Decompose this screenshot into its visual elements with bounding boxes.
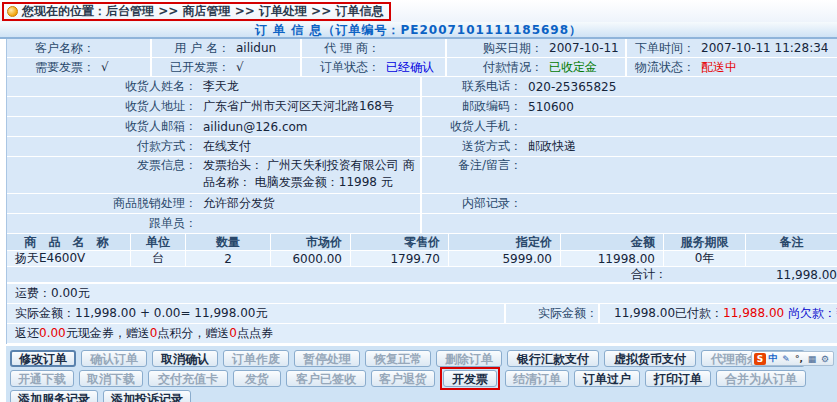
field-label: 客户名称： (7, 40, 95, 57)
ime-toolbar[interactable]: S中✎°,▦⚙ (751, 351, 834, 366)
invoice-button[interactable]: 开发票 (443, 370, 497, 387)
action-button: 交付充值卡 (148, 370, 228, 387)
field-cell: 内部记录： (420, 194, 837, 213)
sogou-s-icon[interactable]: S (754, 353, 766, 365)
payment-summary: 运费：0.00元 实际金额：11,998.00 + 0.00= 11,998.0… (7, 284, 837, 344)
action-button: 结清订单 (505, 370, 569, 387)
owed-label: 尚欠款： (788, 306, 836, 320)
action-button: 订单作废 (223, 350, 289, 367)
info-row: 收货人姓名：李天龙联系电话：020-25365825 (7, 77, 837, 97)
column-header: 金额 (560, 234, 663, 250)
field-label: 备注/留言： (422, 157, 522, 174)
action-button: 暂停处理 (294, 350, 360, 367)
field-label: 收货人地址： (7, 98, 197, 115)
field-cell: 付款方式：在线支付 (7, 137, 420, 156)
rebate-text: 0.00 (39, 324, 66, 343)
field-cell: 用 户 名：ailidun (150, 39, 300, 57)
action-button: 合并为从订单 (716, 370, 806, 387)
action-button: 恢复正常 (365, 350, 431, 367)
action-button: 客户退货 (371, 370, 435, 387)
field-cell: 客户名称： (7, 39, 150, 57)
column-header: 市场价 (270, 234, 350, 250)
action-button[interactable]: 添加服务记录 (10, 390, 98, 402)
pen-icon[interactable]: ✎ (780, 353, 792, 365)
table-cell: 6000.00 (270, 251, 350, 266)
field-label: 已开发票： (152, 59, 230, 76)
order-status-row: 需要发票：√已开发票：√订单状态：已经确认付款情况：已收定金物流状态：配送中 (7, 58, 837, 77)
info-row: 跟单员： (7, 214, 837, 234)
order-detail-panel: 客户名称：用 户 名：ailidun代 理 商：购买日期：2007-10-11下… (6, 39, 837, 344)
column-header: 零售价 (350, 234, 448, 250)
field-value: 已经确认 (380, 59, 434, 76)
field-label: 付款方式： (7, 138, 197, 155)
field-cell: 跟单员： (7, 214, 420, 233)
field-cell: 物流状态：配送中 (625, 58, 837, 76)
field-cell: 下单时间：2007-10-11 11:28:34 (625, 39, 837, 57)
info-row: 收货人邮箱：ailidun@126.com收货人手机： (7, 117, 837, 137)
field-label: 送货方式： (422, 138, 522, 155)
field-cell: 收货人邮箱：ailidun@126.com (7, 117, 420, 136)
action-button[interactable]: 银行汇款支付 (507, 350, 599, 367)
field-cell: 代 理 商： (300, 39, 445, 57)
breadcrumb[interactable]: 您现在的位置：后台管理 >> 商店管理 >> 订单处理 >> 订单信息 (2, 2, 391, 21)
action-button[interactable]: 添加投诉记录 (103, 390, 191, 402)
field-cell: 邮政编码：510600 (420, 97, 837, 116)
field-label: 代 理 商： (302, 40, 380, 57)
field-label: 订单状态： (302, 59, 380, 76)
column-header: 数量 (185, 234, 270, 250)
freight-line: 运费：0.00元 (7, 284, 837, 304)
wrench-icon[interactable]: ⚙ (819, 353, 831, 365)
field-label: 收货人姓名： (7, 78, 197, 95)
field-cell: 已开发票：√ (150, 58, 300, 76)
field-cell: 商品脱销处理：允许部分发货 (7, 194, 420, 213)
field-value: 020-25365825 (522, 80, 616, 94)
field-label: 收货人手机： (422, 118, 522, 135)
action-button[interactable]: 打印订单 (645, 370, 711, 387)
keyboard-icon[interactable]: ▦ (806, 353, 818, 365)
field-value: 2007-10-11 11:28:34 (695, 41, 828, 55)
chinese-mode-icon[interactable]: 中 (767, 353, 779, 365)
breadcrumb-text: 您现在的位置：后台管理 >> 商店管理 >> 订单处理 >> 订单信息 (22, 3, 383, 20)
total-value: 11,998.00 (667, 268, 837, 282)
action-button[interactable]: 修改订单 (10, 350, 76, 367)
button-row-2: 开通下载取消下载交付充值卡发货客户已签收客户退货开发票结清订单订单过户打印订单合… (10, 370, 837, 387)
field-value: 2007-10-11 (543, 41, 619, 55)
rebate-text: 0 (229, 324, 237, 343)
field-value: ailidun@126.com (197, 120, 308, 134)
action-button[interactable]: 订单过户 (574, 370, 640, 387)
field-label: 联系电话： (422, 78, 522, 95)
order-meta-row-1: 客户名称：用 户 名：ailidun代 理 商：购买日期：2007-10-11下… (7, 39, 837, 58)
table-cell: 5999.00 (448, 251, 560, 266)
field-cell: 需要发票：√ (7, 58, 150, 76)
field-label: 购买日期： (447, 40, 543, 57)
column-header: 商 品 名 称 (7, 234, 130, 250)
action-button: 删除订单 (436, 350, 502, 367)
field-value: 邮政快递 (522, 138, 576, 155)
action-button[interactable]: 取消确认 (152, 350, 218, 367)
info-row: 收货人地址：广东省广州市天河区天河北路168号邮政编码：510600 (7, 97, 837, 117)
product-table-body: 扬天E4600V台26000.001799.705999.0011998.000… (7, 251, 837, 267)
column-header: 指定价 (448, 234, 560, 250)
punctuation-icon[interactable]: °, (793, 353, 805, 365)
field-label: 付款情况： (447, 59, 543, 76)
paid-label: 已付款： (675, 306, 723, 320)
action-button: 取消下载 (79, 370, 143, 387)
action-button[interactable]: 虚拟货币支付 (604, 350, 696, 367)
field-value: 在线支付 (197, 138, 251, 155)
field-value: 广东省广州市天河区天河北路168号 (197, 98, 394, 115)
field-cell: 联系电话：020-25365825 (420, 77, 837, 96)
field-label: 跟单员： (7, 215, 197, 232)
product-table-header: 商 品 名 称单位数量市场价零售价指定价金额服务期限备注 (7, 234, 837, 251)
column-header: 服务期限 (663, 234, 745, 250)
field-value: 配送中 (695, 59, 737, 76)
action-button: 发货 (233, 370, 281, 387)
field-value: 李天龙 (197, 78, 239, 95)
field-cell: 订单状态：已经确认 (300, 58, 445, 76)
rebate-text: 点积分，赠送 (157, 324, 229, 343)
info-row: 发票信息：发票抬头： 广州天失利投资有限公司 商品名称： 电脑发票金额：1199… (7, 157, 837, 194)
paid-owed-group: 11,998.00已付款：11,988.00 尚欠款：¥10.00 (600, 304, 837, 323)
column-header: 备注 (745, 234, 837, 250)
field-value: ailidun (230, 41, 276, 55)
actual-amount-label: 实际金额： (504, 304, 600, 323)
field-value: 发票抬头： 广州天失利投资有限公司 商品名称： 电脑发票金额：11998 元 (197, 157, 420, 191)
